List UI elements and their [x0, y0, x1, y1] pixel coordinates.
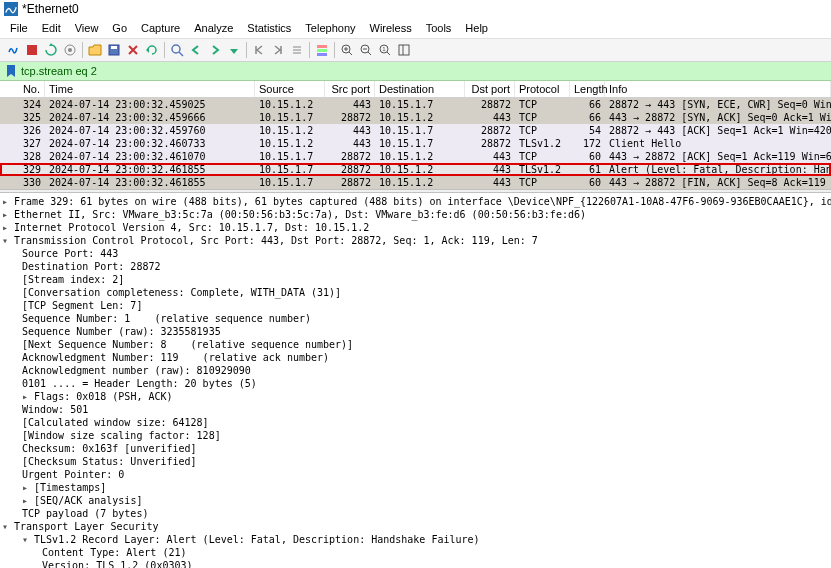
- detail-seqack[interactable]: [SEQ/ACK analysis]: [2, 494, 829, 507]
- close-file-icon[interactable]: [124, 41, 142, 59]
- packet-cell: 2024-07-14 23:00:32.460733: [45, 137, 255, 150]
- detail-line[interactable]: Version: TLS 1.2 (0x0303): [2, 559, 829, 568]
- start-capture-icon[interactable]: [4, 41, 22, 59]
- packet-cell: TLSv1.2: [515, 163, 570, 176]
- detail-line[interactable]: Source Port: 443: [2, 247, 829, 260]
- detail-line[interactable]: Acknowledgment Number: 119 (relative ack…: [2, 351, 829, 364]
- detail-line[interactable]: Sequence Number (raw): 3235581935: [2, 325, 829, 338]
- wireshark-icon: [4, 2, 18, 16]
- col-header-srcport[interactable]: Src port: [325, 81, 375, 97]
- col-header-length[interactable]: Length: [570, 81, 605, 97]
- detail-line[interactable]: Urgent Pointer: 0: [2, 468, 829, 481]
- menu-analyze[interactable]: Analyze: [188, 20, 239, 36]
- go-back-icon[interactable]: [187, 41, 205, 59]
- packet-row[interactable]: 3272024-07-14 23:00:32.46073310.15.1.244…: [0, 137, 831, 150]
- detail-tcp-payload[interactable]: TCP payload (7 bytes): [2, 507, 829, 520]
- bookmark-icon[interactable]: [4, 64, 18, 78]
- zoom-reset-icon[interactable]: 1: [376, 41, 394, 59]
- resize-columns-icon[interactable]: [395, 41, 413, 59]
- detail-ethernet[interactable]: Ethernet II, Src: VMware_b3:5c:7a (00:50…: [2, 208, 829, 221]
- packet-cell: 28872: [465, 137, 515, 150]
- menu-tools[interactable]: Tools: [420, 20, 458, 36]
- packet-cell: 10.15.1.2: [375, 150, 465, 163]
- packet-list[interactable]: No. Time Source Src port Destination Dst…: [0, 81, 831, 189]
- menu-view[interactable]: View: [69, 20, 105, 36]
- menu-edit[interactable]: Edit: [36, 20, 67, 36]
- save-file-icon[interactable]: [105, 41, 123, 59]
- packet-cell: 325: [0, 111, 45, 124]
- packet-cell: 324: [0, 98, 45, 111]
- stop-capture-icon[interactable]: [23, 41, 41, 59]
- detail-line[interactable]: [TCP Segment Len: 7]: [2, 299, 829, 312]
- go-forward-icon[interactable]: [206, 41, 224, 59]
- svg-text:1: 1: [382, 46, 386, 52]
- packet-cell: 10.15.1.7: [255, 163, 325, 176]
- menu-file[interactable]: File: [4, 20, 34, 36]
- packet-row[interactable]: 3252024-07-14 23:00:32.45966610.15.1.728…: [0, 111, 831, 124]
- menu-statistics[interactable]: Statistics: [241, 20, 297, 36]
- col-header-info[interactable]: Info: [605, 81, 831, 97]
- packet-cell: 60: [570, 150, 605, 163]
- menu-go[interactable]: Go: [106, 20, 133, 36]
- packet-cell: 443 → 28872 [SYN, ACK] Seq=0 Ack=1 Win=6…: [605, 111, 831, 124]
- col-header-protocol[interactable]: Protocol: [515, 81, 570, 97]
- detail-line[interactable]: 0101 .... = Header Length: 20 bytes (5): [2, 377, 829, 390]
- packet-cell: 2024-07-14 23:00:32.459760: [45, 124, 255, 137]
- detail-line[interactable]: Acknowledgment number (raw): 810929090: [2, 364, 829, 377]
- colorize-icon[interactable]: [313, 41, 331, 59]
- detail-line[interactable]: [Next Sequence Number: 8 (relative seque…: [2, 338, 829, 351]
- go-to-packet-icon[interactable]: [225, 41, 243, 59]
- zoom-out-icon[interactable]: [357, 41, 375, 59]
- detail-line[interactable]: Window: 501: [2, 403, 829, 416]
- packet-cell: 2024-07-14 23:00:32.459025: [45, 98, 255, 111]
- menu-capture[interactable]: Capture: [135, 20, 186, 36]
- col-header-dstport[interactable]: Dst port: [465, 81, 515, 97]
- packet-row[interactable]: 3262024-07-14 23:00:32.45976010.15.1.244…: [0, 124, 831, 137]
- auto-scroll-icon[interactable]: [288, 41, 306, 59]
- detail-tls[interactable]: Transport Layer Security: [2, 520, 829, 533]
- open-file-icon[interactable]: [86, 41, 104, 59]
- detail-line[interactable]: [Calculated window size: 64128]: [2, 416, 829, 429]
- detail-line[interactable]: [Checksum Status: Unverified]: [2, 455, 829, 468]
- go-last-icon[interactable]: [269, 41, 287, 59]
- packet-cell: 443 → 28872 [FIN, ACK] Seq=8 Ack=119 Win…: [605, 176, 831, 189]
- detail-line[interactable]: [Window size scaling factor: 128]: [2, 429, 829, 442]
- packet-row[interactable]: 3242024-07-14 23:00:32.45902510.15.1.244…: [0, 98, 831, 111]
- detail-line[interactable]: Destination Port: 28872: [2, 260, 829, 273]
- col-header-source[interactable]: Source: [255, 81, 325, 97]
- svg-rect-10: [317, 53, 327, 56]
- packet-row[interactable]: 3282024-07-14 23:00:32.46107010.15.1.728…: [0, 150, 831, 163]
- detail-tls-record[interactable]: TLSv1.2 Record Layer: Alert (Level: Fata…: [2, 533, 829, 546]
- detail-tcp-flags[interactable]: Flags: 0x018 (PSH, ACK): [2, 390, 829, 403]
- detail-ip[interactable]: Internet Protocol Version 4, Src: 10.15.…: [2, 221, 829, 234]
- packet-cell: 328: [0, 150, 45, 163]
- detail-line[interactable]: Checksum: 0x163f [unverified]: [2, 442, 829, 455]
- col-header-no[interactable]: No.: [0, 81, 45, 97]
- packet-details[interactable]: Frame 329: 61 bytes on wire (488 bits), …: [0, 193, 831, 568]
- col-header-time[interactable]: Time: [45, 81, 255, 97]
- zoom-in-icon[interactable]: [338, 41, 356, 59]
- menu-help[interactable]: Help: [459, 20, 494, 36]
- packet-row[interactable]: 3292024-07-14 23:00:32.46185510.15.1.728…: [0, 163, 831, 176]
- menu-wireless[interactable]: Wireless: [364, 20, 418, 36]
- detail-line[interactable]: [Stream index: 2]: [2, 273, 829, 286]
- reload-icon[interactable]: [143, 41, 161, 59]
- display-filter-bar: [0, 62, 831, 81]
- packet-cell: 10.15.1.7: [375, 137, 465, 150]
- detail-timestamps[interactable]: [Timestamps]: [2, 481, 829, 494]
- detail-tcp[interactable]: Transmission Control Protocol, Src Port:…: [2, 234, 829, 247]
- find-icon[interactable]: [168, 41, 186, 59]
- display-filter-input[interactable]: [21, 65, 827, 77]
- capture-options-icon[interactable]: [61, 41, 79, 59]
- detail-line[interactable]: Sequence Number: 1 (relative sequence nu…: [2, 312, 829, 325]
- detail-frame[interactable]: Frame 329: 61 bytes on wire (488 bits), …: [2, 195, 829, 208]
- packet-cell: 443: [465, 163, 515, 176]
- packet-row[interactable]: 3302024-07-14 23:00:32.46185510.15.1.728…: [0, 176, 831, 189]
- packet-cell: 10.15.1.2: [255, 124, 325, 137]
- detail-line[interactable]: [Conversation completeness: Complete, WI…: [2, 286, 829, 299]
- go-first-icon[interactable]: [250, 41, 268, 59]
- col-header-destination[interactable]: Destination: [375, 81, 465, 97]
- detail-line[interactable]: Content Type: Alert (21): [2, 546, 829, 559]
- restart-capture-icon[interactable]: [42, 41, 60, 59]
- menu-telephony[interactable]: Telephony: [299, 20, 361, 36]
